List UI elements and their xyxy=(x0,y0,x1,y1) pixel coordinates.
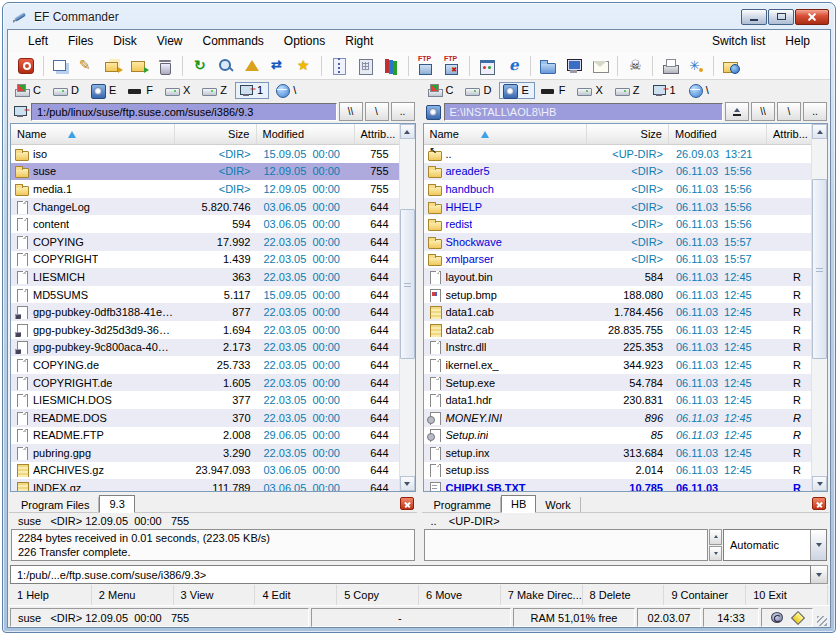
maximize-button[interactable] xyxy=(768,9,794,25)
explorer-button[interactable] xyxy=(718,54,744,78)
table-row[interactable]: data2.cab28.835.75506.11.03 12:45R xyxy=(424,321,812,339)
minimize-button[interactable] xyxy=(741,9,767,25)
table-row[interactable]: gpg-pubkey-0dfb3188-41ed9...87722.03.05 … xyxy=(11,303,399,321)
fn-9-container-button[interactable]: 9 Container xyxy=(664,585,746,605)
delete-button[interactable] xyxy=(152,54,178,78)
refresh-button[interactable] xyxy=(187,54,213,78)
table-row[interactable]: layout.bin58406.11.03 12:45R xyxy=(424,268,812,286)
menu-files[interactable]: Files xyxy=(58,32,103,50)
fn-8-delete-button[interactable]: 8 Delete xyxy=(583,585,665,605)
table-row[interactable]: CHIPKLSB.TXT10.78506.11.03R xyxy=(424,479,812,491)
favorites-button[interactable] xyxy=(291,54,317,78)
indicator-icon[interactable] xyxy=(791,611,804,624)
drive-x-button[interactable]: X xyxy=(573,82,608,99)
ftp-connect-button[interactable] xyxy=(413,54,439,78)
column-header-size[interactable]: Size xyxy=(587,124,669,144)
fn-4-edit-button[interactable]: 4 Edit xyxy=(255,585,337,605)
table-row[interactable]: Shockwave<DIR>06.11.03 15:57 xyxy=(424,233,812,251)
library-button[interactable] xyxy=(378,54,404,78)
tab-hb[interactable]: HB xyxy=(501,495,536,513)
table-row[interactable]: COPYING17.99222.03.05 00:00644 xyxy=(11,233,399,251)
table-row[interactable]: media.1<DIR>12.09.05 00:00755 xyxy=(11,180,399,198)
scrollbar[interactable] xyxy=(399,124,415,491)
table-row[interactable]: data1.hdr230.83106.11.03 12:45R xyxy=(424,391,812,409)
path-parent-button[interactable]: .. xyxy=(391,102,415,121)
table-row[interactable]: data1.cab1.784.45606.11.03 12:45R xyxy=(424,303,812,321)
scroll-thumb[interactable] xyxy=(400,209,415,359)
drive-z-button[interactable]: Z xyxy=(198,82,233,99)
drive-1-button[interactable]: 1 xyxy=(235,82,269,99)
drive-x-button[interactable]: X xyxy=(161,82,196,99)
drive-1-button[interactable]: 1 xyxy=(648,82,682,99)
menu-view[interactable]: View xyxy=(147,32,193,50)
fn-6-move-button[interactable]: 6 Move xyxy=(419,585,501,605)
path-root-button[interactable]: \ xyxy=(365,102,389,121)
menu-disk[interactable]: Disk xyxy=(103,32,146,50)
table-row[interactable]: setup.inx313.68406.11.03 12:45R xyxy=(424,444,812,462)
activity-icon[interactable] xyxy=(770,611,784,624)
menu-switch-list[interactable]: Switch list xyxy=(702,32,775,50)
copy-button[interactable] xyxy=(100,54,126,78)
table-row[interactable]: ..<UP-DIR>26.09.03 13:21 xyxy=(424,145,812,163)
table-row[interactable]: setup.iss2.01406.11.03 12:45R xyxy=(424,462,812,480)
split-button[interactable] xyxy=(326,54,352,78)
column-header-name[interactable]: Name xyxy=(11,124,175,144)
column-header-attrib...[interactable]: Attrib... xyxy=(767,124,811,144)
fn-1-help-button[interactable]: 1 Help xyxy=(10,585,92,605)
table-row[interactable]: Instrc.dll225.35306.11.03 12:45R xyxy=(424,339,812,357)
path-network-button[interactable]: \\ xyxy=(339,102,363,121)
compare-button[interactable] xyxy=(239,54,265,78)
exit-button[interactable] xyxy=(13,54,39,78)
scroll-down-button[interactable] xyxy=(400,476,415,491)
drive-c-button[interactable]: C xyxy=(11,82,47,99)
fn-2-menu-button[interactable]: 2 Menu xyxy=(92,585,174,605)
tab-program-files[interactable]: Program Files xyxy=(12,497,99,512)
column-header-modified[interactable]: Modified xyxy=(669,124,767,144)
ftp-disconnect-button[interactable] xyxy=(439,54,465,78)
tab-9.3[interactable]: 9.3 xyxy=(99,495,134,513)
column-header-modified[interactable]: Modified xyxy=(257,124,355,144)
table-row[interactable]: MONEY.INI89606.11.03 12:45R xyxy=(424,409,812,427)
column-header-size[interactable]: Size xyxy=(175,124,257,144)
table-row[interactable]: README.DOS37022.03.05 00:00644 xyxy=(11,409,399,427)
menu-options[interactable]: Options xyxy=(274,32,335,50)
drive-f-button[interactable]: F xyxy=(537,82,572,99)
table-row[interactable]: gpg-pubkey-3d25d3d9-36e12...1.69422.03.0… xyxy=(11,321,399,339)
column-header-name[interactable]: Name xyxy=(424,124,588,144)
tab-work[interactable]: Work xyxy=(536,497,580,512)
menu-right[interactable]: Right xyxy=(335,32,383,50)
scroll-thumb[interactable] xyxy=(812,179,827,359)
table-row[interactable]: LIESMICH36322.03.05 00:00644 xyxy=(11,268,399,286)
drive-e-button[interactable]: E xyxy=(87,82,122,99)
settings-button[interactable] xyxy=(683,54,709,78)
tab-programme[interactable]: Programme xyxy=(425,497,501,512)
fn-7-make-direc...-button[interactable]: 7 Make Direc... xyxy=(501,585,583,605)
table-row[interactable]: redist<DIR>06.11.03 15:56 xyxy=(424,215,812,233)
table-row[interactable]: COPYING.de25.73322.03.05 00:00644 xyxy=(11,356,399,374)
path-root-button[interactable]: \ xyxy=(777,102,801,121)
table-row[interactable]: ikernel.ex_344.92306.11.03 12:45R xyxy=(424,356,812,374)
control-panel-button[interactable] xyxy=(474,54,500,78)
path-field[interactable]: 1:/pub/linux/suse/ftp.suse.com/suse/i386… xyxy=(31,103,337,121)
drive-network-button[interactable]: \ xyxy=(684,82,715,99)
scroll-up-button[interactable] xyxy=(400,124,415,139)
table-row[interactable]: setup.bmp188.08006.11.03 12:45R xyxy=(424,286,812,304)
table-row[interactable]: MD5SUMS5.11715.09.05 00:00644 xyxy=(11,286,399,304)
computer-button[interactable] xyxy=(561,54,587,78)
drive-z-button[interactable]: Z xyxy=(611,82,646,99)
fn-10-exit-button[interactable]: 10 Exit xyxy=(746,585,828,605)
scroll-track[interactable] xyxy=(812,139,827,476)
eject-button[interactable] xyxy=(725,102,749,121)
resize-grip[interactable] xyxy=(815,608,828,627)
column-header-attrib...[interactable]: Attrib... xyxy=(355,124,399,144)
scroll-track[interactable] xyxy=(400,139,415,476)
search-button[interactable] xyxy=(213,54,239,78)
virus-scan-button[interactable] xyxy=(622,54,648,78)
table-row[interactable]: Setup.ini8506.11.03 12:45R xyxy=(424,427,812,445)
close-tab-button[interactable] xyxy=(812,497,826,510)
title-bar[interactable]: EF Commander xyxy=(3,3,835,28)
menu-help[interactable]: Help xyxy=(775,32,820,50)
print-button[interactable] xyxy=(657,54,683,78)
table-row[interactable]: pubring.gpg3.29022.03.05 00:00644 xyxy=(11,444,399,462)
edit-button[interactable] xyxy=(74,54,100,78)
